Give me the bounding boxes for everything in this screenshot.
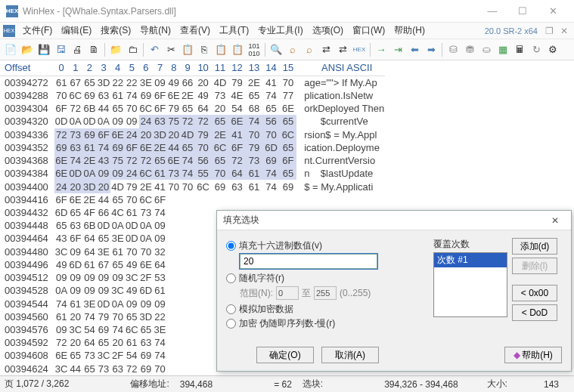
byte-cell[interactable]: 6E: [167, 154, 181, 167]
byte-cell[interactable]: 74: [68, 154, 82, 167]
byte-cell[interactable]: 20: [212, 102, 228, 115]
byte-cell[interactable]: 70: [125, 102, 139, 115]
byte-cell[interactable]: [246, 193, 262, 206]
byte-cell[interactable]: 0A: [110, 297, 125, 310]
undo-icon[interactable]: ↶: [147, 42, 162, 57]
byte-cell[interactable]: 74: [153, 336, 167, 349]
ok-button[interactable]: 确定(O): [256, 347, 314, 363]
byte-cell[interactable]: 3E: [82, 297, 97, 310]
byte-cell[interactable]: 69: [280, 180, 296, 193]
byte-cell[interactable]: 69: [139, 349, 154, 362]
find-text-icon[interactable]: ⌕: [302, 42, 317, 57]
byte-cell[interactable]: 44: [68, 362, 82, 375]
byte-cell[interactable]: 65: [97, 336, 111, 349]
byte-cell[interactable]: 74: [181, 154, 195, 167]
byte-cell[interactable]: 09: [82, 271, 97, 284]
menu-item[interactable]: 选项(O): [308, 23, 348, 37]
byte-cell[interactable]: 61: [110, 89, 125, 102]
byte-cell[interactable]: 65: [280, 141, 296, 154]
goto-end-icon[interactable]: ⇥: [390, 42, 405, 57]
cut-icon[interactable]: ✂: [163, 42, 178, 57]
byte-cell[interactable]: 4E: [228, 89, 245, 102]
byte-cell[interactable]: 70: [280, 76, 296, 89]
byte-cell[interactable]: 68: [246, 102, 262, 115]
byte-cell[interactable]: 61: [54, 310, 69, 323]
maximize-button[interactable]: ☐: [507, 2, 538, 20]
byte-cell[interactable]: 6B: [82, 102, 97, 115]
byte-cell[interactable]: 20: [68, 336, 82, 349]
byte-cell[interactable]: 6E: [54, 349, 69, 362]
byte-cell[interactable]: [262, 193, 279, 206]
folder-icon[interactable]: 📁: [108, 42, 123, 57]
byte-cell[interactable]: 63: [228, 180, 245, 193]
byte-cell[interactable]: 0D: [82, 115, 97, 128]
byte-cell[interactable]: 61: [68, 297, 82, 310]
byte-cell[interactable]: [194, 323, 211, 336]
byte-cell[interactable]: [167, 284, 181, 297]
byte-cell[interactable]: 64: [82, 245, 97, 258]
byte-cell[interactable]: 6F: [153, 102, 167, 115]
byte-cell[interactable]: 75: [167, 115, 181, 128]
paste2-icon[interactable]: 📋: [230, 42, 245, 57]
menu-item[interactable]: 文件(F): [18, 23, 57, 37]
byte-cell[interactable]: 6C: [125, 323, 139, 336]
overwrite-list[interactable]: 次数 #1: [433, 252, 507, 317]
byte-cell[interactable]: [167, 323, 181, 336]
byte-cell[interactable]: 70: [212, 167, 228, 180]
byte-cell[interactable]: [181, 362, 195, 375]
byte-cell[interactable]: 0D: [97, 297, 111, 310]
byte-cell[interactable]: 6E: [110, 128, 125, 141]
byte-cell[interactable]: 32: [153, 245, 167, 258]
byte-cell[interactable]: 77: [280, 89, 296, 102]
menu-item[interactable]: 编辑(E): [57, 23, 96, 37]
byte-cell[interactable]: 73: [139, 206, 154, 219]
close-doc-button[interactable]: ✕: [557, 24, 571, 38]
byte-cell[interactable]: 69: [97, 323, 111, 336]
byte-cell[interactable]: 0A: [68, 115, 82, 128]
explorer-icon[interactable]: 🗀: [125, 42, 140, 57]
byte-cell[interactable]: 20: [97, 180, 111, 193]
byte-cell[interactable]: 09: [82, 284, 97, 297]
byte-cell[interactable]: 66: [181, 76, 195, 89]
byte-cell[interactable]: 63: [68, 219, 82, 232]
byte-cell[interactable]: 20: [167, 128, 181, 141]
byte-cell[interactable]: 09: [68, 271, 82, 284]
paste-icon[interactable]: 📋: [213, 42, 228, 57]
range-to-input[interactable]: [314, 286, 337, 300]
byte-cell[interactable]: [181, 349, 195, 362]
byte-cell[interactable]: 79: [167, 102, 181, 115]
byte-cell[interactable]: 24: [54, 180, 69, 193]
copy2-icon[interactable]: ⎘: [197, 42, 212, 57]
byte-cell[interactable]: 65: [110, 193, 125, 206]
byte-cell[interactable]: [167, 258, 181, 271]
forward-icon[interactable]: ➡: [424, 42, 439, 57]
byte-cell[interactable]: [181, 336, 195, 349]
byte-cell[interactable]: 6D: [262, 141, 279, 154]
byte-cell[interactable]: 44: [97, 193, 111, 206]
byte-cell[interactable]: 09: [54, 271, 69, 284]
byte-cell[interactable]: 61: [246, 167, 262, 180]
opt-random[interactable]: 随机字符(r): [226, 272, 433, 285]
menu-item[interactable]: 工具(T): [215, 23, 253, 37]
delete-button[interactable]: 删除(l): [512, 258, 557, 274]
byte-cell[interactable]: 72: [228, 154, 245, 167]
byte-cell[interactable]: 3C: [54, 245, 69, 258]
byte-cell[interactable]: [194, 310, 211, 323]
byte-cell[interactable]: 75: [110, 154, 125, 167]
byte-cell[interactable]: 24: [125, 167, 139, 180]
byte-cell[interactable]: 69: [82, 128, 97, 141]
byte-cell[interactable]: [167, 336, 181, 349]
byte-cell[interactable]: 6F: [68, 232, 82, 245]
byte-cell[interactable]: 61: [125, 206, 139, 219]
byte-cell[interactable]: 70: [181, 180, 195, 193]
disk2-icon[interactable]: ⛃: [462, 42, 477, 57]
byte-cell[interactable]: 24: [139, 115, 154, 128]
menu-item[interactable]: 帮助(H): [389, 23, 430, 37]
byte-cell[interactable]: 3D: [97, 76, 111, 89]
byte-cell[interactable]: 49: [125, 284, 139, 297]
byte-cell[interactable]: [194, 284, 211, 297]
byte-cell[interactable]: 0A: [110, 219, 125, 232]
byte-cell[interactable]: 69: [212, 180, 228, 193]
new-icon[interactable]: 📄: [3, 42, 18, 57]
byte-cell[interactable]: 61: [110, 245, 125, 258]
